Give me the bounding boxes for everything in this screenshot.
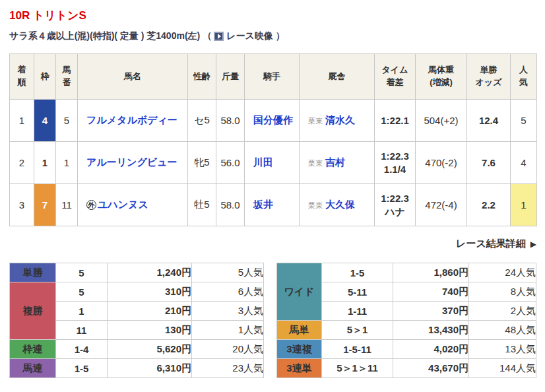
payout-combination: 5 — [56, 282, 108, 302]
horse-name-cell: フルメタルボディー — [78, 100, 188, 142]
payout-combination: 1-5-11 — [322, 340, 393, 359]
body-weight-cell: 472(-4) — [416, 184, 467, 226]
col-header-popularity: 人 気 — [511, 54, 537, 100]
jockey-link[interactable]: 国分優作 — [253, 114, 293, 125]
horse-name-cell: 外ユハンヌス — [78, 184, 188, 226]
col-header-jockey: 騎手 — [245, 54, 300, 100]
col-header-time-margin: タイム 着差 — [375, 54, 416, 100]
stable-cell: 栗東清水久 — [300, 100, 375, 142]
payout-amount: 6,310円 — [108, 359, 192, 378]
payout-row: 馬連 1-5 6,310円 23人気 — [10, 359, 264, 378]
time-margin-cell: 1:22.3 ハナ — [375, 184, 416, 226]
horse-name-link[interactable]: フルメタルボディー — [86, 114, 177, 125]
payout-popularity: 24人気 — [469, 263, 536, 282]
payout-popularity: 23人気 — [192, 359, 264, 378]
payout-row: 複勝 5 310円 6人気 — [10, 282, 264, 302]
body-weight-cell: 470(-2) — [416, 142, 467, 184]
payout-combination: 1-11 — [322, 302, 393, 321]
payout-amount: 1,240円 — [108, 263, 192, 282]
payout-amount: 370円 — [393, 302, 469, 321]
race-result-detail-link[interactable]: レース結果詳細▶ — [456, 238, 536, 249]
training-center-label: 栗東 — [308, 201, 323, 209]
payout-combination: 5＞1 — [322, 321, 393, 340]
stable-link[interactable]: 吉村 — [325, 156, 345, 168]
payout-amount: 43,670円 — [393, 359, 469, 378]
horse-name-link[interactable]: ユハンヌス — [98, 199, 148, 210]
rank-cell: 3 — [10, 184, 34, 226]
result-row: 2 1 1 アルーリングビュー 牝5 56.0 川田 栗東吉村 1:22.3 1… — [10, 142, 537, 184]
bet-type-sanrenpuku: 3連複 — [277, 340, 322, 359]
jockey-link[interactable]: 川田 — [253, 156, 273, 168]
payout-combination: 1-5 — [322, 263, 393, 282]
payout-combination: 5 — [56, 263, 108, 282]
frame-cell: 7 — [34, 184, 56, 226]
payout-table-left: 単勝 5 1,240円 5人気 複勝 5 310円 6人気 1 210円 3人気… — [9, 263, 264, 378]
race-video-link[interactable]: レース映像 — [212, 30, 273, 42]
payout-popularity: 5人気 — [192, 263, 264, 282]
bet-type-wakuren: 枠連 — [10, 340, 56, 359]
sex-age-cell: セ5 — [188, 100, 216, 142]
stable-link[interactable]: 大久保 — [325, 199, 355, 210]
stable-cell: 栗東大久保 — [300, 184, 375, 226]
payout-combination: 5-11 — [322, 282, 393, 302]
race-video-label: レース映像 — [226, 30, 273, 42]
time-margin-cell: 1:22.3 1.1/4 — [375, 142, 416, 184]
odds-cell: 2.2 — [467, 184, 511, 226]
payout-popularity: 3人気 — [192, 302, 264, 321]
rank-cell: 1 — [10, 100, 34, 142]
video-play-icon — [214, 32, 224, 41]
time-margin-cell: 1:22.1 — [375, 100, 416, 142]
bet-type-fukusho: 複勝 — [10, 282, 56, 340]
col-header-sex-age: 性齢 — [188, 54, 216, 100]
col-header-body-weight: 馬体重 (増減) — [416, 54, 467, 100]
horse-number-cell: 1 — [56, 142, 78, 184]
training-center-label: 栗東 — [308, 159, 323, 167]
race-title: 10R トリトンS — [9, 8, 536, 23]
payout-popularity: 8人気 — [469, 282, 536, 302]
horse-name-cell: アルーリングビュー — [78, 142, 188, 184]
payout-amount: 130円 — [108, 321, 192, 340]
payout-row: 3連単 5＞1＞11 43,670円 144人気 — [277, 359, 536, 378]
payout-amount: 310円 — [108, 282, 192, 302]
horse-number-cell: 5 — [56, 100, 78, 142]
payout-amount: 1,860円 — [393, 263, 469, 282]
detail-link-row: レース結果詳細▶ — [9, 238, 536, 250]
payout-row: 単勝 5 1,240円 5人気 — [10, 263, 264, 282]
col-header-rank: 着 順 — [10, 54, 34, 100]
horse-name-link[interactable]: アルーリングビュー — [86, 156, 177, 168]
body-weight-cell: 504(+2) — [416, 100, 467, 142]
jockey-link[interactable]: 坂井 — [253, 199, 273, 210]
payout-amount: 13,430円 — [393, 321, 469, 340]
payout-popularity: 2人気 — [469, 302, 536, 321]
result-row: 1 4 5 フルメタルボディー セ5 58.0 国分優作 栗東清水久 1:22.… — [10, 100, 537, 142]
race-conditions: サラ系４歳以上(混)(特指)( 定量 ) 芝1400m(左) （レース映像 ） — [9, 30, 536, 42]
payout-popularity: 6人気 — [192, 282, 264, 302]
col-header-frame: 枠 — [34, 54, 56, 100]
jockey-cell: 国分優作 — [245, 100, 300, 142]
col-header-odds: 単勝 オッズ — [467, 54, 511, 100]
popularity-cell: 5 — [511, 100, 537, 142]
bet-type-sanrentan: 3連単 — [277, 359, 322, 378]
col-header-stable: 厩舎 — [300, 54, 375, 100]
foreign-horse-mark: 外 — [86, 200, 96, 210]
col-header-horse-name: 馬名 — [78, 54, 188, 100]
sex-age-cell: 牡5 — [188, 184, 216, 226]
payout-amount: 4,020円 — [393, 340, 469, 359]
payout-popularity: 144人気 — [469, 359, 536, 378]
race-result-page: 10R トリトンS サラ系４歳以上(混)(特指)( 定量 ) 芝1400m(左)… — [0, 0, 545, 378]
paren-open: （ — [203, 30, 212, 42]
race-results-table: 着 順 枠 馬 番 馬名 性齢 斤量 騎手 厩舎 タイム 着差 馬体重 (増減)… — [9, 53, 537, 226]
odds-cell: 12.4 — [467, 100, 511, 142]
popularity-cell: 1 — [511, 184, 537, 226]
bet-type-tansho: 単勝 — [10, 263, 56, 282]
stable-link[interactable]: 清水久 — [325, 114, 355, 125]
race-result-detail-label: レース結果詳細 — [456, 238, 526, 249]
payout-amount: 210円 — [108, 302, 192, 321]
weight-cell: 56.0 — [216, 142, 245, 184]
payout-popularity: 20人気 — [192, 340, 264, 359]
col-header-weight: 斤量 — [216, 54, 245, 100]
results-header-row: 着 順 枠 馬 番 馬名 性齢 斤量 騎手 厩舎 タイム 着差 馬体重 (増減)… — [10, 54, 537, 100]
payout-row: 馬単 5＞1 13,430円 48人気 — [277, 321, 536, 340]
frame-cell: 4 — [34, 100, 56, 142]
race-conditions-text: サラ系４歳以上(混)(特指)( 定量 ) 芝1400m(左) — [9, 30, 203, 42]
